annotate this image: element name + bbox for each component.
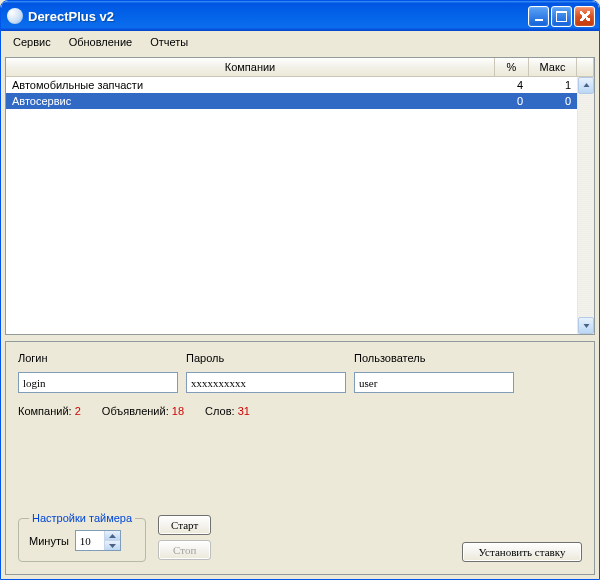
cell-max: 0 [529, 93, 577, 109]
spin-up-button[interactable] [104, 531, 120, 541]
col-scroll-gap [577, 58, 594, 76]
table-row[interactable]: Автосервис00 [6, 93, 577, 109]
col-percent[interactable]: % [495, 58, 529, 76]
cell-max: 1 [529, 77, 577, 93]
form-panel: Логин Пароль Пользователь Компаний: 2 Об… [5, 341, 595, 575]
col-max[interactable]: Макс [529, 58, 577, 76]
menu-update[interactable]: Обновление [61, 34, 141, 50]
start-stop-group: Старт Стоп [158, 515, 211, 560]
window-controls [528, 6, 595, 27]
menu-reports[interactable]: Отчеты [142, 34, 196, 50]
table-body-wrap: Автомобильные запчасти41Автосервис00 [6, 77, 594, 334]
password-input[interactable] [186, 372, 346, 393]
menu-service[interactable]: Сервис [5, 34, 59, 50]
minimize-button[interactable] [528, 6, 549, 27]
cell-percent: 4 [495, 77, 529, 93]
timer-legend: Настройки таймера [29, 512, 135, 524]
stat-ads-value: 18 [172, 405, 184, 417]
login-input[interactable] [18, 372, 178, 393]
stat-ads-label: Объявлений: [102, 405, 169, 417]
stat-companies-label: Компаний: [18, 405, 72, 417]
close-button[interactable] [574, 6, 595, 27]
companies-table: Компании % Макс Автомобильные запчасти41… [5, 57, 595, 335]
user-label: Пользователь [354, 352, 522, 364]
titlebar[interactable]: DerectPlus v2 [1, 1, 599, 31]
set-bid-button[interactable]: Установить ставку [462, 542, 582, 562]
table-header: Компании % Макс [6, 58, 594, 77]
table-body[interactable]: Автомобильные запчасти41Автосервис00 [6, 77, 577, 334]
menubar: Сервис Обновление Отчеты [1, 31, 599, 53]
cell-company: Автомобильные запчасти [6, 77, 495, 93]
credentials-row: Логин Пароль Пользователь [18, 352, 582, 393]
stat-companies-value: 2 [75, 405, 81, 417]
minutes-label: Минуты [29, 535, 69, 547]
start-button[interactable]: Старт [158, 515, 211, 535]
login-label: Логин [18, 352, 186, 364]
bottom-controls: Настройки таймера Минуты Старт [18, 512, 582, 562]
stat-words-label: Слов: [205, 405, 235, 417]
window-title: DerectPlus v2 [28, 9, 528, 24]
minutes-spinner[interactable] [75, 530, 121, 551]
scroll-up-button[interactable] [578, 77, 594, 94]
user-input[interactable] [354, 372, 514, 393]
scroll-down-button[interactable] [578, 317, 594, 334]
scroll-track[interactable] [578, 94, 594, 317]
timer-fieldset: Настройки таймера Минуты [18, 512, 146, 562]
col-company[interactable]: Компании [6, 58, 495, 76]
cell-percent: 0 [495, 93, 529, 109]
password-label: Пароль [186, 352, 354, 364]
table-row[interactable]: Автомобильные запчасти41 [6, 77, 577, 93]
cell-company: Автосервис [6, 93, 495, 109]
app-icon [7, 8, 23, 24]
stop-button[interactable]: Стоп [158, 540, 211, 560]
stat-words-value: 31 [238, 405, 250, 417]
app-window: DerectPlus v2 Сервис Обновление Отчеты К… [0, 0, 600, 580]
minutes-input[interactable] [76, 531, 104, 550]
vertical-scrollbar[interactable] [577, 77, 594, 334]
stats-row: Компаний: 2 Объявлений: 18 Слов: 31 [18, 405, 582, 417]
spin-down-button[interactable] [104, 541, 120, 550]
content-area: Компании % Макс Автомобильные запчасти41… [5, 57, 595, 575]
maximize-button[interactable] [551, 6, 572, 27]
